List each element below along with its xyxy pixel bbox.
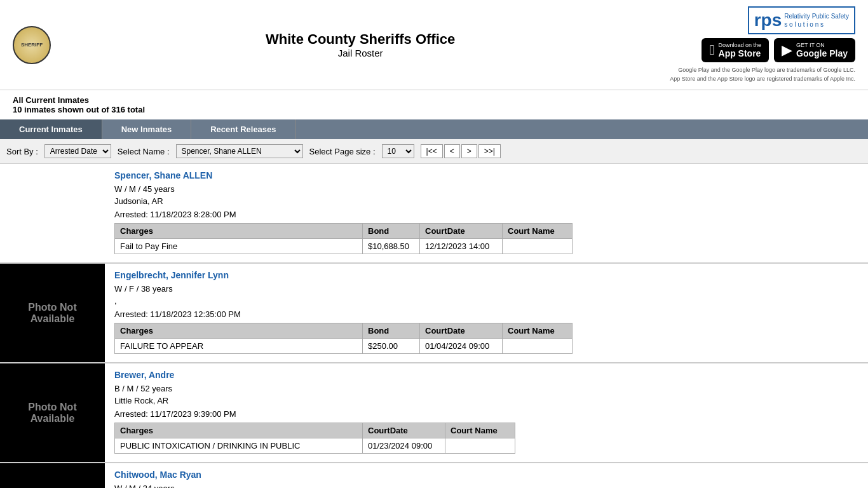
rps-letters: rps [754, 10, 782, 30]
bond-value: $10,688.50 [363, 239, 420, 254]
court-date-value: 01/23/2024 09:00 [363, 438, 445, 454]
inmate-photo-placeholder [0, 164, 105, 262]
tab-recent-releases[interactable]: Recent Releases [191, 119, 295, 139]
rps-logo: rps Relativity Public Safety s o l u t i… [748, 6, 855, 34]
sort-by-label: Sort By : [6, 147, 38, 156]
inmate-list: Spencer, Shane ALLEN W / M / 45 years Ju… [0, 164, 868, 488]
charge-value: Fail to Pay Fine [115, 239, 363, 254]
google-play-text: GET IT ON Google Play [796, 42, 848, 58]
page-last-button[interactable]: >>| [478, 144, 501, 158]
inmate-photo: Photo NotAvailable [0, 363, 105, 462]
table-row: Spencer, Shane ALLEN W / M / 45 years Ju… [0, 164, 868, 264]
bond-header: Bond [363, 323, 420, 339]
table-row: Photo NotAvailable Chitwood, Mac Ryan W … [0, 463, 868, 488]
courtname-header: Court Name [445, 423, 515, 438]
inmate-details: Chitwood, Mac Ryan W / M / 34 years , Ar… [105, 463, 868, 488]
court-name-value [503, 339, 573, 354]
controls-bar: Sort By : Arrested Date Select Name : Sp… [0, 139, 868, 164]
table-row: Photo NotAvailable Engelbrecht, Jennifer… [0, 264, 868, 363]
all-current-inmates-label: All Current Inmates [13, 95, 855, 105]
pagination: |<< < > >>| [421, 144, 501, 158]
inmate-arrested: Arrested: 11/17/2023 9:39:00 PM [114, 409, 858, 419]
table-row: Photo NotAvailable Brewer, Andre B / M /… [0, 363, 868, 463]
page-first-button[interactable]: |<< [421, 144, 443, 158]
inmate-name[interactable]: Brewer, Andre [114, 370, 858, 380]
courtdate-header: CourtDate [420, 323, 503, 339]
nav-tabs: Current Inmates New Inmates Recent Relea… [0, 119, 868, 139]
charges-table: Charges Bond CourtDate Court Name Fail t… [114, 223, 573, 254]
inmate-details: Engelbrecht, Jennifer Lynn W / F / 38 ye… [105, 264, 868, 362]
inmate-demographics: W / F / 38 years [114, 284, 858, 294]
app-store-text: Download on the App Store [719, 42, 762, 58]
sort-by-select[interactable]: Arrested Date [44, 144, 111, 158]
list-item: PUBLIC INTOXICATION / DRINKING IN PUBLIC… [115, 438, 515, 454]
inmate-photo: Photo NotAvailable [0, 264, 105, 362]
select-name-dropdown[interactable]: Spencer, Shane ALLEN [176, 144, 303, 158]
inmate-location: Little Rock, AR [114, 396, 858, 405]
charge-value: FAILURE TO APPEAR [115, 339, 363, 354]
courtname-header: Court Name [503, 224, 573, 239]
inmate-details: Spencer, Shane ALLEN W / M / 45 years Ju… [105, 164, 868, 262]
inmate-demographics: B / M / 52 years [114, 384, 858, 393]
inmate-photo: Photo NotAvailable [0, 463, 105, 488]
charges-table: Charges CourtDate Court Name PUBLIC INTO… [114, 423, 515, 454]
bond-header: Bond [363, 224, 420, 239]
header-right: rps Relativity Public Safety s o l u t i… [670, 6, 855, 83]
charges-header: Charges [115, 423, 363, 438]
court-date-value: 12/12/2023 14:00 [420, 239, 503, 254]
courtdate-header: CourtDate [363, 423, 445, 438]
page-title: White County Sheriffs Office [266, 31, 455, 48]
page-subtitle: Jail Roster [266, 48, 455, 58]
inmate-name[interactable]: Chitwood, Mac Ryan [114, 470, 858, 480]
page-header: SHERIFF White County Sheriffs Office Jai… [0, 0, 868, 90]
trademark-text: Google Play and the Google Play logo are… [670, 66, 855, 83]
inmate-demographics: W / M / 45 years [114, 184, 858, 194]
tab-current-inmates[interactable]: Current Inmates [0, 119, 102, 139]
inmate-arrested: Arrested: 11/18/2023 12:35:00 PM [114, 309, 858, 319]
inmate-name[interactable]: Engelbrecht, Jennifer Lynn [114, 270, 858, 280]
charge-value: PUBLIC INTOXICATION / DRINKING IN PUBLIC [115, 438, 363, 454]
page-size-select[interactable]: 10 25 50 100 [382, 144, 414, 158]
courtdate-header: CourtDate [420, 224, 503, 239]
charges-header: Charges [115, 224, 363, 239]
google-play-badge[interactable]: ▶ GET IT ON Google Play [774, 38, 855, 62]
charges-table: Charges Bond CourtDate Court Name FAILUR… [114, 323, 573, 354]
inmate-name[interactable]: Spencer, Shane ALLEN [114, 170, 858, 180]
charges-header: Charges [115, 323, 363, 339]
rps-subtitle: Relativity Public Safety s o l u t i o n… [784, 12, 849, 29]
select-name-label: Select Name : [118, 147, 170, 156]
court-name-value [445, 438, 515, 454]
inmate-location: Judsonia, AR [114, 196, 858, 206]
list-item: Fail to Pay Fine $10,688.50 12/12/2023 1… [115, 239, 573, 254]
page-size-label: Select Page size : [309, 147, 376, 156]
courtname-header: Court Name [503, 323, 573, 339]
sub-header: All Current Inmates 10 inmates shown out… [0, 90, 868, 119]
apple-icon:  [709, 42, 714, 58]
page-next-button[interactable]: > [461, 144, 477, 158]
tab-new-inmates[interactable]: New Inmates [102, 119, 191, 139]
bond-value: $250.00 [363, 339, 420, 354]
inmates-count-label: 10 inmates shown out of 316 total [13, 105, 855, 114]
app-badges:  Download on the App Store ▶ GET IT ON … [702, 38, 855, 62]
sheriff-logo-text: SHERIFF [21, 42, 43, 48]
app-store-badge[interactable]:  Download on the App Store [702, 38, 769, 62]
google-play-icon: ▶ [782, 42, 792, 58]
court-date-value: 01/04/2024 09:00 [420, 339, 503, 354]
court-name-value [503, 239, 573, 254]
header-center: White County Sheriffs Office Jail Roster [266, 31, 455, 58]
inmate-arrested: Arrested: 11/18/2023 8:28:00 PM [114, 210, 858, 219]
page-prev-button[interactable]: < [444, 144, 460, 158]
header-left: SHERIFF [13, 26, 51, 64]
inmate-location: , [114, 296, 858, 306]
inmate-demographics: W / M / 34 years [114, 484, 858, 488]
sheriff-logo: SHERIFF [13, 26, 51, 64]
inmate-details: Brewer, Andre B / M / 52 years Little Ro… [105, 363, 868, 462]
list-item: FAILURE TO APPEAR $250.00 01/04/2024 09:… [115, 339, 573, 354]
